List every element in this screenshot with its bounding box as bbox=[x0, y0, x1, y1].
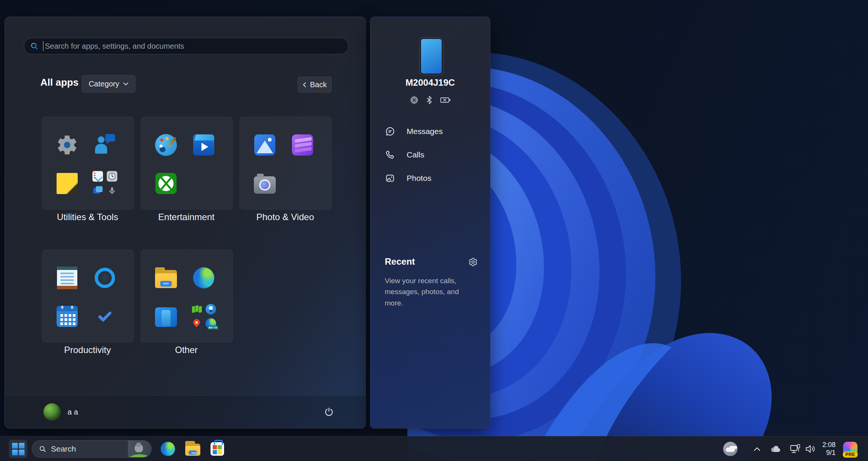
start-button[interactable] bbox=[9, 440, 27, 458]
folder-label: Utilities & Tools bbox=[42, 212, 133, 222]
tray-overflow-button[interactable] bbox=[749, 440, 765, 458]
cortana-app-icon bbox=[95, 268, 115, 288]
folder-productivity[interactable] bbox=[42, 250, 134, 342]
calls-label: Calls bbox=[407, 150, 424, 159]
edge-beta-app-icon: BETA bbox=[206, 318, 216, 329]
recent-title: Recent bbox=[385, 256, 415, 267]
movies-tv-app-icon bbox=[193, 134, 214, 156]
folder-other[interactable]: BETA bbox=[141, 250, 233, 342]
maps-app-icon bbox=[191, 318, 202, 329]
tray-time: 2:08 bbox=[822, 441, 836, 449]
start-menu-footer: a a bbox=[5, 395, 366, 428]
calls-item[interactable]: Calls bbox=[370, 143, 487, 167]
copilot-pre-badge: PRE bbox=[843, 452, 858, 458]
taskbar-search-box[interactable]: Search bbox=[32, 440, 152, 458]
windows-logo-icon bbox=[12, 443, 25, 455]
user-name: a a bbox=[68, 408, 78, 416]
search-input[interactable] bbox=[44, 42, 342, 51]
xbox-app-icon bbox=[155, 173, 177, 194]
network-volume-tray-button[interactable] bbox=[786, 440, 819, 458]
copilot-button[interactable]: PRE bbox=[841, 439, 860, 458]
edge-icon bbox=[161, 442, 175, 456]
search-highlight-image bbox=[128, 440, 151, 458]
power-button[interactable] bbox=[320, 402, 338, 421]
microsoft-store-icon bbox=[210, 442, 224, 456]
start-menu: All apps Category Back bbox=[5, 17, 366, 429]
photos-label: Photos bbox=[407, 174, 431, 183]
taskbar: Search bbox=[0, 436, 868, 461]
get-help-app-icon bbox=[94, 134, 116, 156]
network-icon bbox=[790, 444, 801, 454]
device-name: M2004J19C bbox=[370, 77, 490, 88]
phone-preview-image bbox=[420, 38, 443, 75]
folder-label: Photo & Video bbox=[240, 212, 331, 222]
phone-status-row bbox=[370, 96, 490, 105]
notepad-app-icon bbox=[57, 267, 77, 289]
phone-menu: Messages Calls Photos bbox=[370, 120, 487, 190]
desktop: All apps Category Back bbox=[0, 0, 868, 461]
taskbar-search-label: Search bbox=[51, 444, 128, 453]
clock-date-button[interactable]: 2:08 9/1 bbox=[822, 441, 836, 457]
user-avatar bbox=[43, 403, 61, 421]
taskbar-edge-button[interactable] bbox=[159, 440, 177, 458]
gear-icon bbox=[469, 257, 478, 267]
chevron-down-icon bbox=[123, 82, 129, 86]
battery-unknown-icon bbox=[440, 96, 451, 104]
onedrive-cloud-icon bbox=[770, 445, 781, 453]
file-explorer-icon bbox=[185, 444, 200, 456]
camera-app-icon bbox=[254, 176, 276, 194]
weather-widget-button[interactable] bbox=[721, 440, 739, 458]
messages-icon bbox=[385, 126, 395, 137]
all-apps-title: All apps bbox=[40, 77, 78, 88]
back-button[interactable]: Back bbox=[298, 77, 332, 93]
calendar-app-icon bbox=[57, 306, 78, 327]
taskbar-store-button[interactable] bbox=[208, 440, 226, 458]
category-dropdown-label: Category bbox=[89, 80, 119, 88]
folder-entertainment[interactable] bbox=[141, 117, 233, 210]
disconnected-icon bbox=[410, 96, 419, 105]
edge-app-icon bbox=[193, 267, 214, 288]
phone-link-panel: M2004J19C Messages bbox=[370, 17, 490, 429]
chevron-up-icon bbox=[754, 447, 760, 451]
folder-utilities-tools[interactable] bbox=[42, 117, 134, 210]
microsoft-todo-app-icon bbox=[96, 308, 114, 325]
bluetooth-icon bbox=[426, 96, 432, 105]
edge-beta-badge: BETA bbox=[207, 325, 218, 330]
quick-assist-app-icon bbox=[92, 185, 103, 196]
clock-app-icon bbox=[107, 171, 117, 182]
category-dropdown-button[interactable]: Category bbox=[82, 75, 135, 93]
sound-recorder-app-icon bbox=[107, 185, 117, 196]
photos-app-icon bbox=[254, 134, 275, 156]
search-icon bbox=[39, 445, 46, 453]
paint-app-icon bbox=[155, 134, 177, 156]
recent-settings-button[interactable] bbox=[466, 255, 480, 269]
tray-date: 9/1 bbox=[822, 449, 836, 457]
photos-icon bbox=[385, 173, 395, 183]
phone-link-app-icon bbox=[155, 307, 177, 327]
feedback-hub-app-icon bbox=[206, 304, 216, 315]
power-icon bbox=[324, 407, 334, 417]
chevron-left-icon bbox=[303, 82, 306, 88]
file-explorer-app-icon bbox=[155, 270, 177, 288]
weather-cloud-icon bbox=[723, 442, 737, 456]
taskbar-file-explorer-button[interactable] bbox=[184, 440, 202, 458]
back-button-label: Back bbox=[310, 80, 327, 89]
folder-label: Other bbox=[141, 345, 232, 355]
power-automate-app-icon bbox=[191, 304, 202, 315]
text-caret bbox=[43, 41, 43, 51]
clipchamp-app-icon bbox=[292, 134, 313, 156]
folder-label: Entertainment bbox=[141, 212, 232, 222]
volume-icon bbox=[805, 444, 816, 454]
sticky-notes-app-icon bbox=[57, 173, 78, 194]
onedrive-tray-button[interactable] bbox=[767, 440, 784, 458]
snipping-tool-app-icon bbox=[92, 171, 103, 182]
calls-icon bbox=[385, 150, 395, 160]
photos-item[interactable]: Photos bbox=[370, 167, 487, 190]
settings-app-icon bbox=[56, 134, 78, 156]
folder-label: Productivity bbox=[42, 345, 133, 355]
folder-photo-video[interactable] bbox=[240, 117, 332, 210]
user-profile-button[interactable]: a a bbox=[43, 403, 78, 421]
start-search-box[interactable] bbox=[24, 38, 349, 54]
messages-item[interactable]: Messages bbox=[370, 120, 487, 143]
search-icon bbox=[30, 42, 38, 50]
